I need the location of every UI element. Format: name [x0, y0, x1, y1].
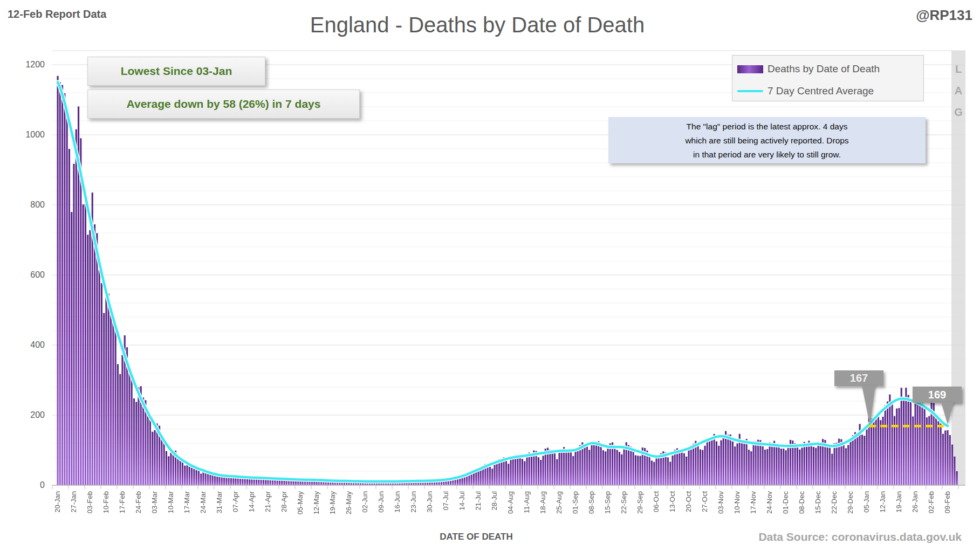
x-tick-label: 20-Oct	[684, 491, 693, 512]
x-tick-label: 02-Jun	[361, 491, 369, 513]
y-tick-label: 800	[15, 200, 45, 210]
x-axis-line-and-ticks	[52, 485, 965, 489]
x-tick-label: 25-Aug	[555, 491, 563, 514]
x-tick-label: 22-Sep	[620, 491, 628, 514]
x-tick-label: 17-Mar	[183, 491, 191, 513]
annotation-average-down: Average down by 58 (26%) in 7 days	[87, 89, 360, 119]
legend-item-average: 7 Day Centred Average	[737, 83, 874, 99]
x-tick-label: 03-Mar	[150, 491, 159, 513]
x-tick-label: 09-Feb	[943, 491, 951, 513]
legend-item-bars: Deaths by Date of Death	[737, 61, 880, 77]
y-tick-label: 1200	[15, 60, 45, 70]
x-tick-label: 09-Jun	[377, 491, 385, 513]
x-tick-label: 03-Feb	[86, 491, 94, 513]
x-tick-label: 21-Apr	[264, 491, 272, 512]
x-tick-label: 17-Nov	[749, 491, 757, 514]
x-tick-label: 22-Dec	[830, 491, 838, 514]
x-tick-label: 19-Jan	[895, 491, 903, 513]
x-tick-label: 20-Jan	[53, 491, 61, 513]
x-tick-label: 24-Mar	[199, 491, 207, 513]
lag-note-line: The "lag" period is the latest approx. 4…	[608, 120, 926, 134]
legend-label-average: 7 Day Centred Average	[767, 85, 874, 97]
x-tick-label: 10-Feb	[102, 491, 110, 513]
x-tick-label: 07-Jul	[442, 491, 450, 510]
lag-note-line: in that period are very likely to still …	[608, 148, 926, 162]
x-tick-label: 06-Oct	[652, 491, 660, 512]
x-tick-label: 28-Apr	[280, 491, 288, 512]
data-source-credit: Data Source: coronavirus.data.gov.uk	[758, 531, 962, 543]
x-tick-label: 11-Aug	[523, 491, 531, 513]
report-date-label: 12-Feb Report Data	[8, 8, 106, 20]
x-tick-label: 04-Aug	[506, 491, 515, 514]
x-tick-label: 17-Feb	[118, 491, 126, 513]
page-title: England - Deaths by Date of Death	[262, 13, 693, 37]
x-tick-label: 27-Oct	[701, 491, 709, 512]
x-tick-label: 07-Apr	[231, 491, 239, 512]
x-tick-label: 08-Sep	[587, 491, 595, 514]
x-tick-label: 12-Jan	[879, 491, 887, 513]
x-tick-label: 13-Oct	[668, 491, 676, 512]
legend-label-bars: Deaths by Date of Death	[767, 63, 880, 75]
lag-letter: A	[951, 80, 965, 101]
y-tick-label: 200	[15, 410, 45, 420]
x-tick-label: 16-Jun	[393, 491, 401, 513]
x-tick-label: 15-Dec	[814, 491, 822, 514]
lag-letter: L	[951, 58, 965, 80]
x-tick-label: 19-May	[328, 491, 337, 514]
x-tick-label: 05-Jan	[862, 491, 871, 513]
legend: Deaths by Date of Death 7 Day Centred Av…	[732, 55, 924, 101]
x-axis-title: DATE OF DEATH	[422, 532, 530, 542]
y-tick-label: 400	[15, 340, 45, 350]
x-tick-label: 26-Jan	[911, 491, 919, 513]
x-tick-label: 28-Jul	[490, 491, 498, 510]
data-label-167: 167	[834, 370, 883, 386]
x-tick-label: 29-Dec	[846, 491, 854, 514]
x-tick-label: 12-May	[312, 491, 320, 514]
x-tick-label: 21-Jul	[474, 491, 482, 510]
x-tick-label: 23-Jun	[409, 491, 417, 513]
bar-series-swatch-icon	[737, 65, 763, 73]
x-tick-label: 05-May	[296, 491, 304, 514]
chart-canvas: 12-Feb Report Data England - Deaths by D…	[0, 0, 980, 551]
annotation-lowest-since: Lowest Since 03-Jan	[87, 57, 265, 86]
x-tick-label: 24-Nov	[765, 491, 773, 514]
author-handle: @RP131	[916, 7, 972, 24]
x-tick-label: 01-Sep	[571, 491, 579, 514]
x-tick-label: 01-Dec	[782, 491, 790, 514]
x-tick-label: 26-May	[345, 491, 353, 514]
lag-vertical-label: L A G	[951, 58, 965, 123]
data-label-167-pointer	[862, 385, 875, 425]
x-tick-label: 08-Dec	[798, 491, 806, 514]
x-tick-label: 30-Jun	[426, 491, 434, 513]
x-tick-label: 18-Aug	[539, 491, 547, 514]
data-label-169: 169	[913, 387, 962, 403]
x-tick-label: 03-Nov	[717, 491, 725, 514]
data-label-169-pointer	[941, 402, 954, 424]
x-tick-label: 15-Sep	[604, 491, 612, 514]
lag-note-line: which are still being actively reported.…	[608, 134, 926, 148]
x-tick-label: 02-Feb	[927, 491, 935, 513]
x-tick-label: 29-Sep	[636, 491, 644, 514]
x-tick-label: 27-Jan	[70, 491, 78, 513]
lag-explanation-note: The "lag" period is the latest approx. 4…	[608, 117, 926, 163]
y-tick-label: 0	[15, 480, 45, 490]
x-tick-label: 10-Nov	[733, 491, 741, 514]
line-series-swatch-icon	[737, 90, 763, 93]
y-tick-label: 600	[15, 270, 45, 280]
x-tick-label: 24-Feb	[134, 491, 142, 513]
x-tick-label: 31-Mar	[215, 491, 223, 513]
x-tick-label: 10-Mar	[167, 491, 175, 513]
lag-letter: G	[951, 101, 965, 123]
x-tick-label: 14-Jul	[458, 491, 466, 510]
x-tick-label: 14-Apr	[248, 491, 256, 512]
y-tick-label: 1000	[15, 130, 45, 140]
